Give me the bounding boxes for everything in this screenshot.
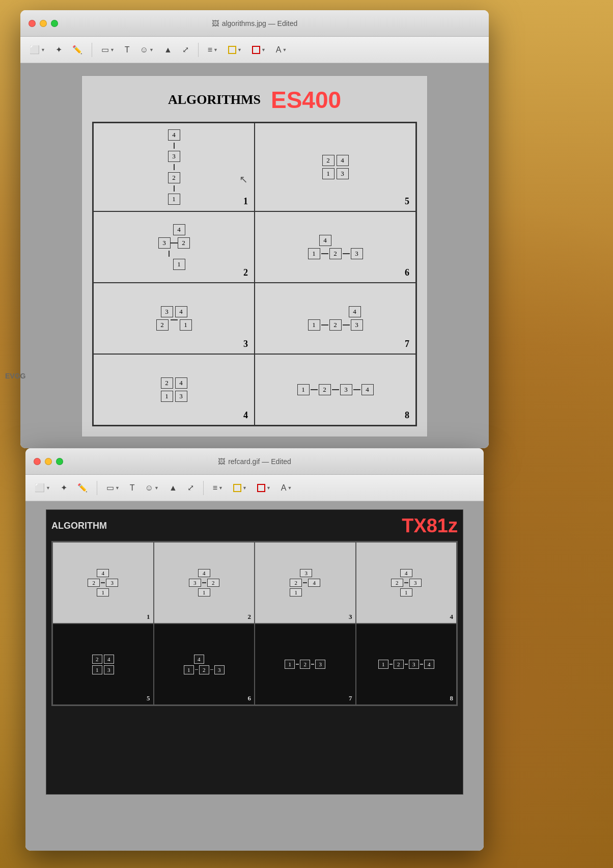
magic-tool[interactable]: ✦ [52,43,65,57]
ref-node-7-2: 2 [300,660,310,669]
minimize-button-2[interactable] [45,458,52,465]
ref-node-3-1: 1 [290,588,302,596]
brush-tool[interactable]: ✏️ [69,43,86,57]
algorithm-label-2: ALGORITHM [51,521,107,531]
border-icon [228,46,236,54]
font-tool-2[interactable]: A ▼ [278,481,295,495]
file-icon-2: 🖼 [218,457,225,466]
color-tool[interactable]: ▼ [249,44,269,56]
node-6-2: 2 [329,248,342,259]
grid-cell-6: 4 1 2 3 6 [255,211,416,283]
stamp2-chevron: ▼ [154,485,159,491]
flip-tool-2[interactable]: ▲ [166,481,180,495]
shape-tool-2[interactable]: ▭ ▼ [103,481,123,495]
node-7-3: 3 [351,319,363,331]
stamp-tool[interactable]: ☺ ▼ [137,43,157,57]
ref-conn-3 [303,582,307,583]
close-button-2[interactable] [34,458,41,465]
text-tool[interactable]: T [122,43,133,57]
stamp-tool-2[interactable]: ☺ ▼ [142,481,162,495]
diagram-6: 4 1 2 3 [308,235,363,259]
close-button-1[interactable] [29,20,36,27]
ref-node-7-1: 1 [285,660,295,669]
text-icon: T [125,45,130,55]
ref-diag-7: 1 2 3 [285,660,325,669]
node-3-2: 2 [156,319,169,331]
ref-node-8-4: 4 [424,660,434,669]
border2-chevron: ▼ [242,485,247,491]
ref-conn-4 [404,582,408,583]
titlebar-2: 🖼 refcard.gif — Edited [25,448,484,475]
row-5-top: 2 4 [322,155,349,166]
text-tool-2[interactable]: T [127,481,138,495]
color2-chevron: ▼ [266,485,271,491]
magic-tool-2[interactable]: ✦ [58,481,70,495]
select-tool[interactable]: ⬜ ▼ [26,43,48,57]
font-icon: A [276,45,282,55]
ref-node-5-3: 3 [104,665,114,674]
ref-row-5-bot: 1 3 [92,665,114,674]
conn-3-h [171,319,178,320]
image-container-1: ALGORITHMS ES400 4 3 2 1 1 [81,75,428,437]
node-2-4: 4 [173,224,185,235]
maximize-button-2[interactable] [56,458,63,465]
ref-node-8-3: 3 [409,660,419,669]
maximize-button-1[interactable] [51,20,58,27]
sel2-chevron: ▼ [46,485,50,491]
brush-icon-2: ✏️ [77,483,88,493]
grid-cell-2: 4 3 2 1 2 [93,211,255,283]
ref-node-8-2: 2 [394,660,404,669]
refcard-header: ALGORITHM TX81z [51,515,458,537]
font-tool[interactable]: A ▼ [273,43,290,57]
ref-num-5: 5 [147,694,150,702]
expand-tool-2[interactable]: ⤢ [184,481,197,495]
ref-node-8-1: 1 [378,660,388,669]
brush-tool-2[interactable]: ✏️ [74,481,91,495]
image-container-2: ALGORITHM TX81z 4 2 3 1 [46,509,463,795]
menu2-chevron: ▼ [218,485,223,491]
window-title-1: 🖼 algorithms.jpg — Edited [212,19,298,28]
ref-conn-1 [101,582,105,583]
cell-num-2: 2 [243,267,248,278]
color-chevron: ▼ [261,47,266,52]
node-1-4: 4 [168,129,180,141]
sep-1 [92,43,92,57]
color-icon [252,46,260,54]
ref-node-3-2: 2 [290,579,302,587]
menu-chevron: ▼ [213,47,218,52]
flip-tool[interactable]: ▲ [161,43,175,57]
shape-tool[interactable]: ▭ ▼ [98,43,118,57]
ref-node-5-4: 4 [104,655,114,664]
ref-row-1-mid: 2 3 [88,579,118,587]
cell-num-4: 4 [243,410,248,421]
node-6-1: 1 [308,248,320,259]
toolbar-2: ⬜ ▼ ✦ ✏️ ▭ ▼ T ☺ ▼ ▲ ⤢ ≡ ▼ [25,475,484,501]
border-tool-2[interactable]: ▼ [230,482,250,494]
conn-7-2 [343,324,350,326]
ref-diag-6: 4 1 2 3 [184,655,225,674]
traffic-lights-2 [34,458,63,465]
cell-num-8: 8 [405,410,409,421]
stamp-chevron: ▼ [149,47,154,52]
node-8-4: 4 [361,384,374,395]
minimize-button-1[interactable] [40,20,47,27]
traffic-lights-1 [29,20,58,27]
ref-conn-7-2 [311,664,314,665]
select-tool-2[interactable]: ⬜ ▼ [32,481,53,495]
ref-node-1-4: 4 [97,569,109,577]
menu-tool-2[interactable]: ≡ ▼ [210,481,226,495]
row-5-bottom: 1 3 [322,168,349,179]
sep-2a [97,481,97,495]
ref-diag-2: 4 3 2 1 [189,569,219,596]
stamp-icon-2: ☺ [145,483,153,493]
color-tool-2[interactable]: ▼ [254,482,274,494]
row-4-bottom: 1 3 [161,391,187,402]
ref-num-1: 1 [147,613,150,621]
menu-icon-2: ≡ [213,483,217,493]
ref-node-6-3: 3 [214,665,225,674]
select-chevron: ▼ [41,47,45,52]
algorithms-label: ALGORITHMS [168,92,261,107]
menu-tool[interactable]: ≡ ▼ [205,43,221,57]
border-tool[interactable]: ▼ [225,44,245,56]
expand-tool[interactable]: ⤢ [179,43,192,57]
